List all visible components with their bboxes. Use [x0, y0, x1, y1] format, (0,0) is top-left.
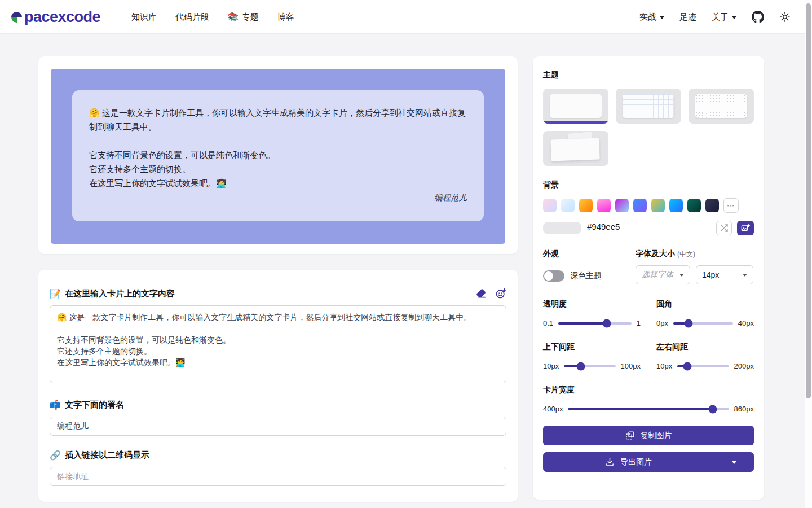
link-input[interactable] — [50, 467, 506, 486]
mailbox-icon: 📫 — [50, 400, 61, 410]
app-header: pacexcode 知识库 代码片段 📚 专题 博客 实战 足迹 关于 — [0, 0, 812, 34]
card-text-line: 它还支持多个主题的切换。 — [89, 162, 467, 176]
card-content-input[interactable]: 🤗 这是一款文字卡片制作工具，你可以输入文字生成精美的文字卡片，然后分享到社交网… — [50, 305, 506, 383]
opacity-slider-label: 透明度 — [543, 299, 641, 309]
github-icon[interactable] — [752, 11, 764, 23]
v-spacing-max: 100px — [621, 362, 641, 370]
logo[interactable]: pacexcode — [11, 0, 100, 34]
background-swatches: ●●● — [543, 198, 754, 213]
add-emoji-icon[interactable] — [495, 288, 506, 299]
dark-theme-toggle[interactable] — [543, 270, 564, 282]
bg-swatch-dark-teal[interactable] — [687, 199, 701, 212]
nav-item-about[interactable]: 关于 — [712, 12, 736, 23]
secondary-nav: 实战 足迹 关于 — [639, 0, 792, 34]
theme-options — [543, 89, 754, 166]
radius-slider-thumb[interactable] — [685, 319, 693, 327]
export-image-button[interactable]: 导出图片 — [543, 452, 714, 472]
v-spacing-slider[interactable] — [564, 365, 615, 367]
theme-plain-preview — [550, 94, 602, 118]
logo-text: pacexcode — [24, 10, 100, 25]
bg-swatch-purple-cyan[interactable] — [615, 199, 629, 212]
selected-theme-indicator — [543, 121, 608, 124]
font-family-select[interactable]: 选择字体 — [636, 265, 690, 284]
nav-item-knowledge[interactable]: 知识库 — [131, 12, 157, 23]
theme-sticky-preview — [550, 138, 599, 161]
main-nav: 知识库 代码片段 📚 专题 博客 — [131, 0, 294, 34]
card-width-min: 400px — [543, 405, 563, 413]
clear-text-icon[interactable] — [475, 288, 487, 299]
copy-image-button[interactable]: 复制图片 — [543, 426, 754, 445]
radius-min: 0px — [656, 319, 668, 327]
bg-swatch-cyan-blue[interactable] — [669, 199, 683, 212]
opacity-slider-thumb[interactable] — [602, 319, 611, 327]
theme-option-plain[interactable] — [543, 89, 608, 124]
h-spacing-slider[interactable] — [677, 365, 729, 367]
v-spacing-slider-thumb[interactable] — [577, 362, 585, 370]
bg-swatch-blue-purple[interactable] — [633, 199, 647, 212]
toggle-knob — [544, 271, 553, 281]
upload-image-button[interactable] — [737, 221, 754, 235]
bg-swatch-gold-teal[interactable] — [651, 199, 665, 212]
logo-icon — [11, 12, 22, 23]
signature-input[interactable] — [50, 417, 506, 436]
dark-theme-label: 深色主题 — [570, 271, 602, 281]
chevron-down-icon — [743, 274, 747, 277]
bg-swatch-pink-lavender[interactable] — [543, 199, 557, 212]
editor-panel: 📝 在这里输入卡片上的文字内容 🤗 这是一款文字卡片制作工具，你可以输入文字生成… — [38, 270, 518, 502]
chevron-down-icon — [660, 16, 664, 19]
download-icon — [605, 457, 615, 467]
nav-item-practice[interactable]: 实战 — [639, 12, 664, 23]
theme-option-grid[interactable] — [616, 89, 681, 124]
color-preview-swatch[interactable] — [543, 222, 581, 234]
card-preview-background: 🤗 这是一款文字卡片制作工具，你可以输入文字生成精美的文字卡片，然后分享到社交网… — [51, 69, 505, 244]
v-spacing-min: 10px — [543, 362, 559, 370]
v-spacing-slider-label: 上下间距 — [543, 342, 641, 352]
radius-slider-label: 圆角 — [656, 299, 754, 309]
bg-swatch-magenta[interactable] — [597, 199, 611, 212]
copy-icon — [625, 431, 635, 440]
opacity-max: 1 — [637, 319, 641, 327]
export-options-button[interactable] — [714, 452, 754, 472]
background-section-label: 背景 — [543, 180, 754, 190]
chevron-down-icon — [679, 274, 684, 277]
ellipsis-icon: ●●● — [727, 204, 735, 207]
appearance-section-label: 外观 — [543, 249, 636, 259]
bg-swatch-light-blue[interactable] — [561, 199, 575, 212]
h-spacing-slider-thumb[interactable] — [683, 362, 692, 370]
theme-grid-preview — [623, 94, 674, 118]
signature-field-label: 文字下面的署名 — [65, 400, 124, 410]
light-theme-icon[interactable] — [779, 11, 792, 23]
theme-option-sticky-note[interactable] — [543, 131, 608, 166]
font-size-select[interactable]: 14px — [696, 265, 753, 284]
card-width-slider-label: 卡片宽度 — [543, 385, 754, 395]
random-color-button[interactable] — [716, 221, 732, 235]
link-icon: 🔗 — [50, 450, 61, 461]
card-text-line — [89, 134, 467, 148]
radius-max: 40px — [738, 319, 754, 327]
nav-item-footprint[interactable]: 足迹 — [679, 12, 696, 23]
page-scrollbar-thumb[interactable] — [806, 3, 811, 398]
card-width-max: 860px — [734, 405, 754, 413]
hex-color-input[interactable] — [586, 220, 677, 235]
card-preview-inner: 🤗 这是一款文字卡片制作工具，你可以输入文字生成精美的文字卡片，然后分享到社交网… — [72, 90, 484, 221]
nav-item-topics[interactable]: 📚 专题 — [228, 12, 259, 23]
memo-icon: 📝 — [50, 288, 61, 299]
radius-slider[interactable] — [673, 322, 733, 325]
chevron-down-icon — [732, 16, 736, 19]
h-spacing-max: 200px — [734, 362, 754, 370]
theme-option-noise[interactable] — [689, 89, 754, 124]
card-preview-panel: 🤗 这是一款文字卡片制作工具，你可以输入文字生成精美的文字卡片，然后分享到社交网… — [38, 56, 518, 254]
h-spacing-min: 10px — [656, 362, 672, 370]
more-colors-button[interactable]: ●●● — [723, 198, 739, 213]
nav-item-snippets[interactable]: 代码片段 — [175, 12, 209, 23]
books-icon: 📚 — [228, 12, 239, 22]
card-text-line: 它支持不同背景色的设置，可以是纯色和渐变色。 — [89, 148, 467, 162]
bg-swatch-dark-navy[interactable] — [705, 199, 719, 212]
card-text-line: 在这里写上你的文字试试效果吧。🧑‍💻 — [89, 176, 467, 190]
card-width-slider[interactable] — [568, 408, 729, 410]
bg-swatch-orange[interactable] — [579, 199, 593, 212]
card-width-slider-thumb[interactable] — [709, 405, 717, 413]
opacity-slider[interactable] — [558, 322, 632, 325]
nav-item-blog[interactable]: 博客 — [277, 12, 294, 23]
card-text-line: 🤗 这是一款文字卡片制作工具，你可以输入文字生成精美的文字卡片，然后分享到社交网… — [89, 106, 467, 134]
